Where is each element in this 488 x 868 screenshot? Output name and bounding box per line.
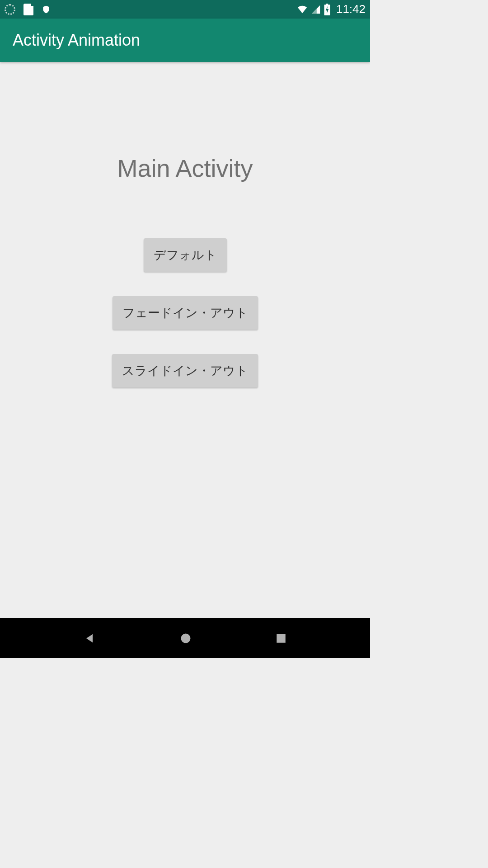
status-left (5, 4, 51, 15)
slide-in-out-button[interactable]: スライドイン・アウト (112, 354, 258, 387)
svg-point-0 (181, 633, 190, 643)
status-bar: 11:42 (0, 0, 370, 19)
status-right: 11:42 (296, 2, 366, 16)
home-icon[interactable] (179, 632, 192, 645)
button-stack: デフォルト フェードイン・アウト スライドイン・アウト (112, 238, 258, 387)
content-area: Main Activity デフォルト フェードイン・アウト スライドイン・アウ… (0, 62, 370, 618)
default-button[interactable]: デフォルト (144, 238, 227, 272)
page-heading: Main Activity (117, 154, 253, 182)
app-title: Activity Animation (13, 31, 140, 50)
loading-spinner-icon (5, 4, 15, 15)
back-icon[interactable] (83, 632, 96, 645)
svg-rect-1 (277, 634, 286, 643)
status-clock: 11:42 (336, 2, 366, 16)
battery-charging-icon (324, 4, 331, 15)
cellular-signal-icon (311, 5, 321, 14)
shield-icon (42, 4, 51, 15)
app-bar: Activity Animation (0, 19, 370, 62)
navigation-bar (0, 618, 370, 658)
nav-bar-inner (0, 632, 370, 645)
wifi-icon (296, 5, 308, 14)
sd-card-icon (23, 4, 33, 15)
fade-in-out-button[interactable]: フェードイン・アウト (113, 296, 258, 330)
recents-icon[interactable] (275, 632, 287, 644)
